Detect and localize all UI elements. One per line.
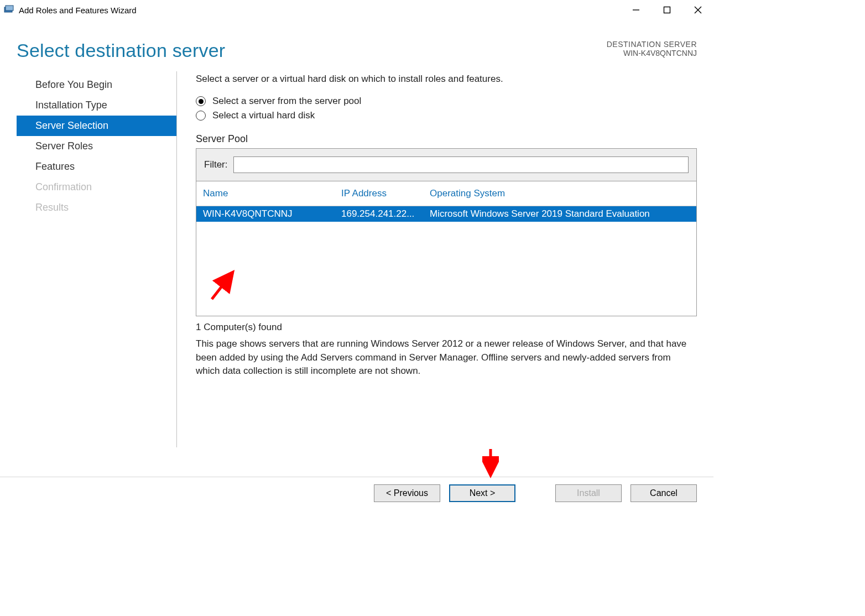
wizard-sidebar: Before You Begin Installation Type Serve… (17, 71, 177, 447)
sidebar-item-features[interactable]: Features (17, 156, 176, 177)
destination-server-label: DESTINATION SERVER (607, 40, 697, 49)
radio-label: Select a virtual hard disk (212, 110, 315, 121)
cell-name: WIN-K4V8QNTCNNJ (203, 208, 341, 220)
header: Select destination server DESTINATION SE… (0, 20, 713, 71)
radio-label: Select a server from the server pool (212, 96, 361, 107)
radio-icon (196, 111, 206, 121)
table-row[interactable]: WIN-K4V8QNTCNNJ 169.254.241.22... Micros… (196, 206, 696, 222)
annotation-arrow-icon (482, 448, 499, 478)
svg-rect-3 (664, 7, 670, 13)
maximize-button[interactable] (652, 0, 682, 20)
svg-line-7 (212, 274, 231, 299)
filter-input[interactable] (233, 156, 689, 173)
radio-server-pool[interactable]: Select a server from the server pool (196, 96, 697, 107)
table-body: WIN-K4V8QNTCNNJ 169.254.241.22... Micros… (196, 206, 696, 316)
app-icon (3, 4, 14, 15)
cell-os: Microsoft Windows Server 2019 Standard E… (430, 208, 690, 220)
sidebar-item-before-you-begin[interactable]: Before You Begin (17, 75, 176, 95)
column-ip[interactable]: IP Address (341, 188, 430, 199)
annotation-arrow-icon (209, 269, 237, 302)
server-pool-title: Server Pool (196, 133, 697, 145)
page-title: Select destination server (17, 40, 225, 61)
install-button: Install (555, 484, 622, 502)
sidebar-item-server-roles[interactable]: Server Roles (17, 136, 176, 156)
help-text: This page shows servers that are running… (196, 337, 697, 378)
title-bar: Add Roles and Features Wizard (0, 0, 713, 20)
filter-label: Filter: (204, 159, 228, 170)
wizard-footer: < Previous Next > Install Cancel (0, 477, 713, 509)
sidebar-item-confirmation: Confirmation (17, 177, 176, 197)
sidebar-item-results: Results (17, 197, 176, 218)
svg-rect-1 (6, 6, 13, 11)
sidebar-item-installation-type[interactable]: Installation Type (17, 95, 176, 116)
cancel-button[interactable]: Cancel (630, 484, 697, 502)
radio-icon (196, 96, 206, 106)
table-header: Name IP Address Operating System (196, 181, 696, 206)
close-button[interactable] (682, 0, 713, 20)
radio-virtual-hard-disk[interactable]: Select a virtual hard disk (196, 110, 697, 121)
sidebar-item-server-selection[interactable]: Server Selection (17, 116, 176, 136)
server-pool-box: Filter: Name IP Address Operating System… (196, 148, 697, 316)
minimize-button[interactable] (621, 0, 652, 20)
destination-server-box: DESTINATION SERVER WIN-K4V8QNTCNNJ (607, 40, 697, 58)
window-title: Add Roles and Features Wizard (19, 6, 137, 15)
scrollbar-gutter (682, 188, 690, 199)
instruction-text: Select a server or a virtual hard disk o… (196, 74, 697, 85)
destination-server-name: WIN-K4V8QNTCNNJ (607, 49, 697, 58)
next-button[interactable]: Next > (449, 484, 515, 502)
column-name[interactable]: Name (203, 188, 341, 199)
content-pane: Select a server or a virtual hard disk o… (177, 71, 697, 447)
cell-ip: 169.254.241.22... (341, 208, 430, 220)
computers-found: 1 Computer(s) found (196, 322, 697, 333)
column-os[interactable]: Operating System (430, 188, 682, 199)
previous-button[interactable]: < Previous (374, 484, 440, 502)
filter-bar: Filter: (196, 149, 696, 181)
